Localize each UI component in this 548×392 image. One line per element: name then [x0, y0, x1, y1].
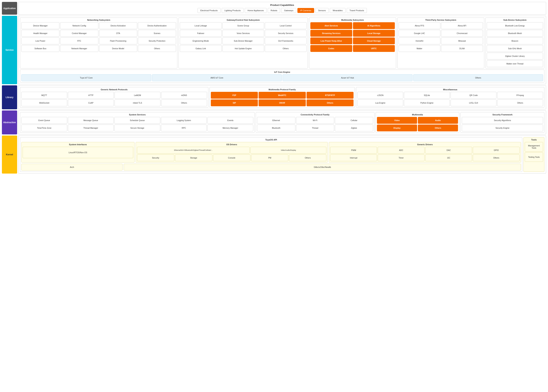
application-label: Application [2, 2, 17, 15]
cell-zigbee-cluster: Zigbee Cluster Library [487, 53, 543, 60]
cell-management-tools: Management Tools [525, 142, 543, 152]
cell-thread: Thread [296, 125, 334, 131]
cell-events: Events [207, 117, 253, 124]
tools-grid: Management Tools Testing Tools [525, 142, 543, 162]
main-container: Application Product Capabilities Electri… [0, 0, 548, 175]
app-item-travel[interactable]: Travel Products [347, 8, 367, 13]
cell-lwm2m: LwM2M [115, 92, 160, 99]
cell-lib-generic-others: Others [161, 99, 207, 106]
cell-audio: Audio [418, 117, 458, 124]
cell-scenes: Scenes [138, 30, 176, 37]
cell-generic-others: Others [473, 154, 520, 161]
cell-ffmpeg: FFmpeg [497, 92, 543, 99]
abstraction-label: Abstraction [2, 111, 17, 134]
cell-security-algorithms: Security Algorithms [462, 117, 543, 124]
cell-failover: Failover [180, 30, 222, 37]
cell-glibc: Glibc/uClibc/Newlib [124, 164, 521, 170]
cell-streaming-services: Streaming Services [310, 30, 352, 37]
cell-device-activation: Device Activation [99, 22, 137, 29]
cell-sub-ghz: Sub-GHz Mesh [487, 45, 543, 52]
cell-event-queue: Event Queue [21, 117, 67, 124]
app-item-robots[interactable]: Robots [268, 8, 280, 13]
cell-message-queue: Message Queue [68, 117, 114, 124]
cell-schedule-queue: Schedule Queue [114, 117, 160, 124]
cell-network-config: Network Config [60, 22, 98, 29]
multimedia-grid: Alert Services AI Algorithms Streaming S… [310, 22, 395, 52]
cell-chromecast: Chromecast [441, 30, 483, 37]
cell-aws-iot: AWS IoT Core [152, 74, 282, 81]
cell-dac: DAC [425, 147, 472, 154]
cell-alexa-afi: Alexa AFI [441, 22, 483, 29]
cell-flash-prov: Flash Provisioning [99, 37, 137, 44]
app-item-electrical[interactable]: Electrical Products [197, 8, 221, 13]
cell-miracast: Miracast [441, 37, 483, 44]
cell-device-auth: Device Authentication [138, 22, 176, 29]
tuyaos-api-box: TuyaOS API System Interfaces Linux/RTOS/… [20, 137, 522, 172]
service-content: Networking Subsystem Device Manager Netw… [18, 16, 546, 84]
library-label: Library [2, 85, 17, 109]
app-item-ipcameras[interactable]: IP Cameras [297, 8, 314, 13]
cell-security-drv: Security [137, 154, 174, 161]
misc-grid: cJSON SQLite QR Code FFmpeg Lua Engine P… [357, 92, 543, 106]
cell-local-linkage: Local Linkage [180, 22, 222, 29]
cell-device-manager: Device Manager [21, 22, 59, 29]
cell-cellular: Cellular [335, 117, 373, 124]
third-party-subsystem: Third-Party Service Subsystem Alexa FFS … [397, 17, 484, 69]
generic-drivers: Generic Drivers PWM ADC DAC GPIO Interru… [329, 142, 521, 162]
app-item-sensors[interactable]: Sensors [315, 8, 329, 13]
app-item-gateways[interactable]: Gateways [281, 8, 296, 13]
cell-health-manager: Health Manager [21, 30, 59, 37]
cell-matter: Matter [399, 45, 440, 52]
os-drivers-top: Ethernet/Wi-Fi/Bluetooth/Zigbee/Thread/C… [137, 147, 326, 154]
gateway-subsystem: Gateway/Control Hub Subsystem Local Link… [179, 17, 308, 69]
kernel-content: TuyaOS API System Interfaces Linux/RTOS/… [18, 136, 546, 174]
cell-thread-manager: Thread Manager [68, 125, 114, 131]
generic-grid: MQTT HTTP LwM2M mDNS WebSocket CoAP mbed… [21, 92, 207, 106]
cell-tuya-iot: Tuya IoT Core [21, 74, 151, 81]
multimedia-subsystem: Multimedia Subsystem Alert Services AI A… [309, 17, 396, 69]
app-item-lighting[interactable]: Lighting Products [222, 8, 244, 13]
cell-alert-services: Alert Services [310, 22, 352, 29]
cell-dlna: DLNA [441, 45, 483, 52]
sub-device-grid: Bluetooth Low Energy Bluetooth Mesh Beac… [487, 22, 543, 67]
cell-coap: CoAP [68, 99, 114, 106]
app-item-wearables[interactable]: Wearables [330, 8, 345, 13]
cell-bt-mesh: Bluetooth Mesh [487, 30, 543, 37]
cell-ble: Bluetooth Low Energy [487, 22, 543, 29]
cell-matter-thread: Matter over Thread [487, 60, 543, 67]
cell-software-bus: Software Bus [21, 45, 59, 52]
cell-low-power: Low Power [21, 37, 59, 44]
misc-library: Miscellaneous cJSON SQLite QR Code FFmpe… [356, 87, 544, 108]
cell-mdns: mDNS [161, 92, 207, 99]
cell-scene-group: Scene Group [223, 22, 264, 29]
networking-subsystem: Networking Subsystem Device Manager Netw… [20, 17, 177, 69]
abstraction-multimedia: Multimedia Video Audio Display Others [376, 112, 460, 133]
cell-python-engine: Python Engine [404, 99, 450, 106]
cell-os-others: Others [289, 154, 326, 161]
kernel-row: Kernel TuyaOS API System Interfaces Linu… [2, 136, 546, 174]
cell-websocket: WebSocket [21, 99, 67, 106]
cell-adc: ADC [378, 147, 425, 154]
cell-azuer-iot: Azuer IoT Hub [282, 74, 412, 81]
cell-sqlite: SQLite [404, 92, 450, 99]
cell-galaxy-link: Galaxy Link [180, 45, 222, 52]
cell-low-power-keepalive: Low Power Keep-Alive [310, 37, 352, 44]
iot-core-grid: Tuya IoT Core AWS IoT Core Azuer IoT Hub… [21, 74, 543, 81]
cell-ota: OTA [99, 30, 137, 37]
os-drivers-grid: Security Storage Console PM Others [137, 154, 326, 161]
cell-security-services: Security Services [265, 30, 307, 37]
cell-ffc: FFC [60, 37, 98, 44]
gateway-grid: Local Linkage Scene Group Local Control … [180, 22, 307, 52]
cell-eth-wifi-bt: Ethernet/Wi-Fi/Bluetooth/Zigbee/Thread/C… [137, 147, 250, 154]
service-label: Service [2, 16, 17, 84]
cell-control-manager: Control Manager [60, 30, 98, 37]
cell-gateway-others: Others [265, 45, 307, 52]
app-item-home[interactable]: Home Appliances [245, 8, 267, 13]
cell-pm-drv: PM [251, 154, 288, 161]
cell-qr-code: QR Code [451, 92, 497, 99]
cell-rpc: RPC [161, 125, 207, 131]
cell-misc-others: Others [497, 99, 543, 106]
cell-lvgl-gui: LVGL GUI [451, 99, 497, 106]
service-row: Service Networking Subsystem Device Mana… [2, 16, 546, 84]
multimedia-protocol-grid: P2P WebRTC RTSP/RTP SIP ONVIF Others [211, 92, 354, 106]
